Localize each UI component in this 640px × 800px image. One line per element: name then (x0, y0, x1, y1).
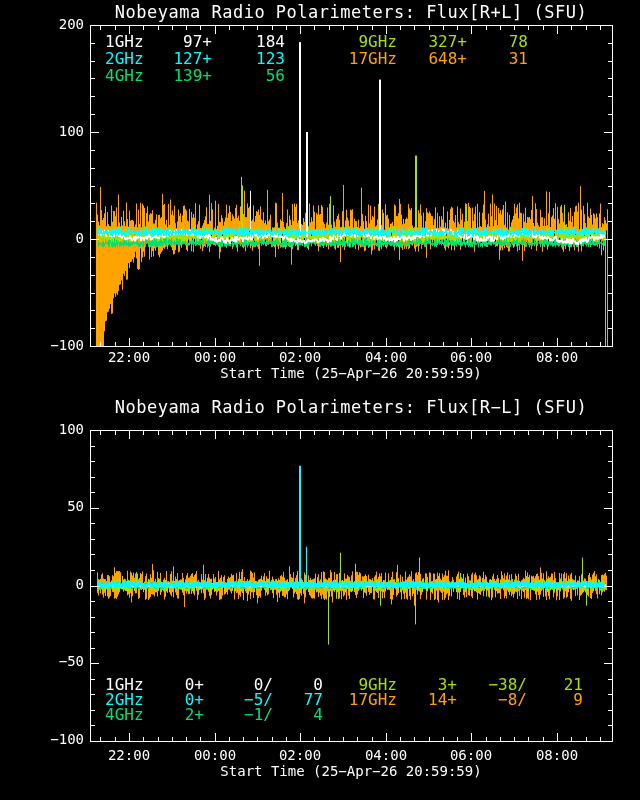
legend-label-4ghz: 4GHz (105, 68, 165, 85)
legend-val: −8/ (465, 692, 527, 709)
legend-val: 2+ (148, 707, 204, 724)
panel2-ytick-50: 50 (20, 499, 84, 514)
panel2-xtick-0200: 02:00 (270, 748, 330, 763)
panel1-ytick-200: 200 (20, 17, 84, 32)
legend-label-17ghz: 17GHz (338, 692, 397, 709)
panel1-xtick-0800: 08:00 (527, 350, 587, 365)
panel2-ytick-100: 100 (20, 422, 84, 437)
panel2-xtick-0400: 04:00 (356, 748, 416, 763)
panel2-xtick-2200: 22:00 (99, 748, 159, 763)
panel2-ytick-m100: −100 (20, 732, 84, 747)
panel1-ytick-100: 100 (20, 124, 84, 139)
panel1-xlabel: Start Time (25−Apr−26 20:59:59) (151, 366, 551, 381)
panel1-xtick-0400: 04:00 (356, 350, 416, 365)
panel2-xtick-0000: 00:00 (185, 748, 245, 763)
legend-val: 56 (225, 68, 285, 85)
panel1-xtick-0600: 06:00 (441, 350, 501, 365)
panel1-ytick-m100: −100 (20, 338, 84, 353)
legend-val: 14+ (400, 692, 457, 709)
panel1-xtick-0200: 02:00 (270, 350, 330, 365)
legend-val: 9 (523, 692, 583, 709)
panel2-xtick-0800: 08:00 (527, 748, 587, 763)
panel1-title: Nobeyama Radio Polarimeters: Flux[R+L] (… (51, 4, 640, 22)
radio-flux-chart-window: Nobeyama Radio Polarimeters: Flux[R+L] (… (0, 0, 640, 800)
panel1-xtick-0000: 00:00 (185, 350, 245, 365)
panel2-xtick-0600: 06:00 (441, 748, 501, 763)
panel1-ytick-0: 0 (20, 231, 84, 246)
panel2-ytick-0: 0 (20, 577, 84, 592)
panel2-title: Nobeyama Radio Polarimeters: Flux[R−L] (… (51, 399, 640, 417)
panel1-xtick-2200: 22:00 (99, 350, 159, 365)
panel2-ytick-m50: −50 (20, 654, 84, 669)
legend-val: 31 (470, 51, 528, 68)
legend-val: 648+ (407, 51, 467, 68)
legend-val: 4 (263, 707, 323, 724)
legend-val: 139+ (158, 68, 212, 85)
legend-label-17ghz: 17GHz (338, 51, 397, 68)
panel2-xlabel: Start Time (25−Apr−26 20:59:59) (151, 764, 551, 779)
